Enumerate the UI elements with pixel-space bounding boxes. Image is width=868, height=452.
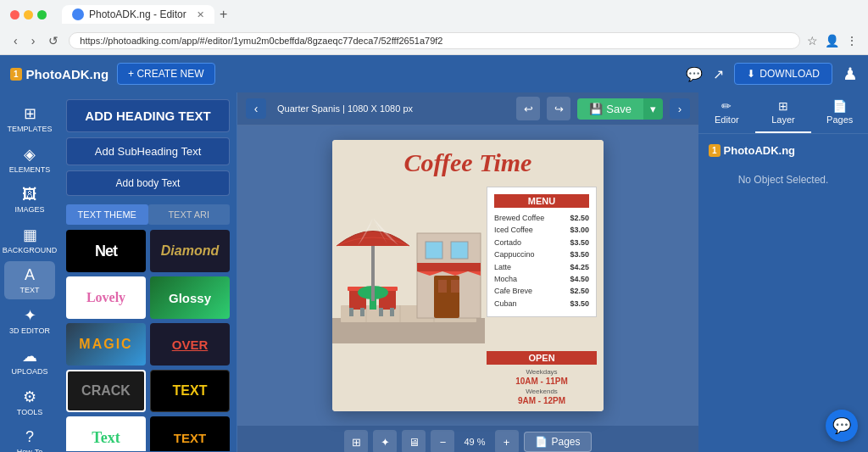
tab-pages[interactable]: 📄 Pages xyxy=(811,92,868,133)
sidebar-item-uploads-label: UPLOADS xyxy=(11,367,47,376)
svg-rect-21 xyxy=(451,280,459,293)
theme-crack[interactable]: CRACK xyxy=(66,370,146,412)
theme-lovely[interactable]: Lovely xyxy=(66,276,146,319)
tab-text-theme[interactable]: TEXT THEME xyxy=(66,204,148,225)
text-panel: ADD HEADING TEXT Add SubHeading Text Add… xyxy=(59,92,237,452)
chat-bubble[interactable]: 💬 xyxy=(826,410,858,442)
logo: 1 PhotoADK.ng xyxy=(10,67,108,81)
bookmark-icon[interactable]: ☆ xyxy=(807,34,818,47)
right-logo: 1 PhotoADK.ng xyxy=(709,144,858,157)
menu-icon[interactable]: ⋮ xyxy=(846,34,858,47)
download-button[interactable]: ⬇ DOWNLOAD xyxy=(734,63,832,85)
minimize-dot[interactable] xyxy=(24,10,33,20)
pages-button[interactable]: 📄 Pages xyxy=(524,432,592,452)
sidebar-item-howto-label: How-To Guide xyxy=(8,448,52,452)
logo-text: PhotoADK.ng xyxy=(26,67,108,81)
right-tabs: ✏ Editor ⊞ Layer 📄 Pages xyxy=(698,92,868,134)
undo-button[interactable]: ↩ xyxy=(516,97,540,120)
sidebar-item-images[interactable]: 🖼 IMAGES xyxy=(4,181,55,219)
add-heading-button[interactable]: ADD HEADING TEXT xyxy=(66,99,230,132)
add-body-button[interactable]: Add body Text xyxy=(66,170,230,196)
refresh-button[interactable]: ↺ xyxy=(45,32,62,49)
sidebar-item-3deditor[interactable]: ✦ 3D EDITOR xyxy=(4,301,55,340)
active-tab[interactable]: PhotoADK.ng - Editor ✕ xyxy=(62,5,214,24)
sidebar-item-background[interactable]: ▦ BACKGROUND xyxy=(4,220,55,259)
theme-tabs: TEXT THEME TEXT ARI xyxy=(66,204,230,225)
sidebar-item-howto[interactable]: ? How-To Guide xyxy=(4,423,55,452)
tab-close-btn[interactable]: ✕ xyxy=(197,9,204,20)
canvas-content[interactable]: Coffee Time xyxy=(237,126,698,426)
pages-icon: 📄 xyxy=(535,436,548,448)
sidebar-item-tools[interactable]: ⚙ TOOLS xyxy=(4,382,55,421)
theme-text-script[interactable]: Text xyxy=(66,416,146,451)
save-button-group: 💾 Save ▾ xyxy=(577,98,663,120)
weekdays-hours: 10AM - 11PM xyxy=(487,376,597,388)
right-logo-icon: 1 xyxy=(709,144,721,157)
sidebar-item-elements[interactable]: ◈ ELEMENTS xyxy=(4,140,55,179)
theme-over[interactable]: OVER xyxy=(150,323,230,366)
sidebar-item-templates[interactable]: ⊞ TEMPLATES xyxy=(4,99,55,138)
save-dropdown-button[interactable]: ▾ xyxy=(643,98,663,120)
tab-layer[interactable]: ⊞ Layer xyxy=(755,92,812,133)
magic-tool-button[interactable]: ✦ xyxy=(373,430,397,452)
app-container: 1 PhotoADK.ng + CREATE NEW 💬 ↗ ⬇ DOWNLOA… xyxy=(0,55,868,452)
tab-editor[interactable]: ✏ Editor xyxy=(698,92,755,133)
sidebar-item-images-label: IMAGES xyxy=(14,205,44,214)
theme-text-gold[interactable]: TEXT xyxy=(150,416,230,451)
save-main-button[interactable]: 💾 Save xyxy=(577,98,643,120)
new-tab-button[interactable]: + xyxy=(220,7,227,22)
howto-icon: ? xyxy=(25,428,34,446)
menu-item-7: Cafe Breve $2.50 xyxy=(494,285,589,297)
monitor-button[interactable]: 🖥 xyxy=(402,430,426,452)
zoom-level: 49 % xyxy=(459,437,489,447)
titlebar: PhotoADK.ng - Editor ✕ + xyxy=(0,0,868,29)
tools-icon: ⚙ xyxy=(23,388,36,406)
zoom-out-button[interactable]: − xyxy=(431,430,454,452)
menu-title: MENU xyxy=(494,194,589,208)
canvas-frame[interactable]: Coffee Time xyxy=(332,140,604,411)
theme-net[interactable]: Net xyxy=(66,230,146,272)
url-input[interactable]: https://photoadking.com/app/#/editor/1ym… xyxy=(69,32,800,49)
browser-chrome: PhotoADK.ng - Editor ✕ + ‹ › ↺ https://p… xyxy=(0,0,868,55)
sidebar-item-background-label: BACKGROUND xyxy=(3,246,58,254)
tab-text-art[interactable]: TEXT ARI xyxy=(148,204,231,225)
zoom-in-button[interactable]: + xyxy=(495,430,519,452)
create-new-button[interactable]: + CREATE NEW xyxy=(117,63,214,85)
svg-rect-8 xyxy=(360,308,364,316)
close-dot[interactable] xyxy=(10,10,19,20)
right-panel: ✏ Editor ⊞ Layer 📄 Pages 1 PhotoADK.ng N… xyxy=(698,92,868,452)
sidebar-item-text[interactable]: A TEXT xyxy=(4,261,55,299)
theme-text-yellow[interactable]: TEXT xyxy=(150,370,230,412)
sidebar-item-templates-label: TEMPLATES xyxy=(8,125,53,133)
canvas-next-button[interactable]: › xyxy=(670,98,690,119)
menu-item-4: Cappuccino $3.50 xyxy=(494,248,589,260)
share-icon[interactable]: ↗ xyxy=(713,66,724,82)
canvas-prev-button[interactable]: ‹ xyxy=(246,98,266,119)
theme-diamond[interactable]: Diamond xyxy=(150,230,230,272)
back-button[interactable]: ‹ xyxy=(10,32,21,49)
chess-icon[interactable]: ♟ xyxy=(843,64,858,84)
weekdays-label: Weekdays xyxy=(487,368,597,376)
svg-rect-11 xyxy=(379,308,383,316)
canvas-template-info: Quarter Spanis | 1080 X 1080 px xyxy=(277,103,509,114)
tab-favicon xyxy=(72,8,84,20)
theme-magic[interactable]: MAGIC xyxy=(66,323,146,366)
add-subheading-button[interactable]: Add SubHeading Text xyxy=(66,137,230,165)
forward-button[interactable]: › xyxy=(28,32,39,49)
left-sidebar: ⊞ TEMPLATES ◈ ELEMENTS 🖼 IMAGES ▦ BACKGR… xyxy=(0,92,59,452)
sidebar-item-uploads[interactable]: ☁ UPLOADS xyxy=(4,342,55,381)
profile-icon[interactable]: 👤 xyxy=(825,34,839,47)
canvas-bottom-toolbar: ⊞ ✦ 🖥 − 49 % + 📄 Pages xyxy=(237,426,698,452)
cafe-svg xyxy=(332,208,485,343)
editor-tab-icon: ✏ xyxy=(721,99,732,113)
maximize-dot[interactable] xyxy=(37,10,47,20)
menu-item-1: Brewed Coffee $2.50 xyxy=(494,212,589,224)
message-icon[interactable]: 💬 xyxy=(686,66,703,82)
text-themes-grid: Net Diamond Lovely Glossy MAGIC OVER CRA… xyxy=(66,230,230,451)
no-object-text: No Object Selected. xyxy=(709,174,858,186)
grid-view-button[interactable]: ⊞ xyxy=(344,430,368,452)
address-bar-icons: ☆ 👤 ⋮ xyxy=(807,34,858,47)
menu-item-8: Cuban $3.50 xyxy=(494,298,589,310)
theme-glossy[interactable]: Glossy xyxy=(150,276,230,319)
redo-button[interactable]: ↪ xyxy=(547,97,570,120)
